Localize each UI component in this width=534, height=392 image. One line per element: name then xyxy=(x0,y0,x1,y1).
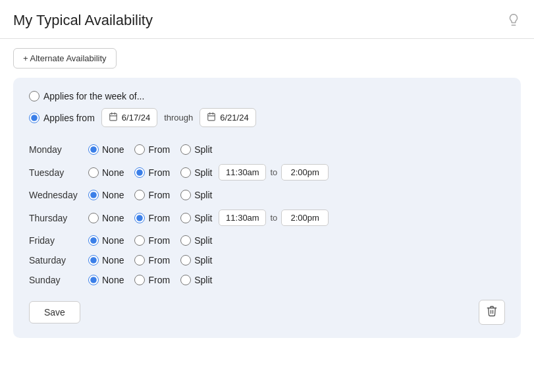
day-wednesday-from-option[interactable]: From xyxy=(134,190,170,200)
day-thursday-split-option[interactable]: Split xyxy=(180,213,212,223)
day-row: ThursdayNoneFromSplit11:30amto2:00pm xyxy=(29,206,505,230)
days-grid: MondayNoneFromSplitTuesdayNoneFromSplit1… xyxy=(29,140,505,289)
applies-week-label: Applies for the week of... xyxy=(43,91,144,101)
day-tuesday-split-radio[interactable] xyxy=(180,167,191,178)
day-friday-split-option[interactable]: Split xyxy=(180,235,212,246)
svg-rect-0 xyxy=(110,113,117,121)
day-name-tuesday: Tuesday xyxy=(29,167,88,178)
day-friday-split-label: Split xyxy=(194,235,212,246)
day-name-wednesday: Wednesday xyxy=(29,190,88,200)
day-saturday-none-radio[interactable] xyxy=(88,255,99,266)
calendar-to-icon xyxy=(207,112,216,123)
day-wednesday-none-label: None xyxy=(102,190,124,200)
day-sunday-none-label: None xyxy=(102,275,124,285)
delete-button[interactable] xyxy=(479,300,505,325)
day-sunday-split-label: Split xyxy=(194,275,212,285)
svg-rect-4 xyxy=(208,113,215,121)
day-thursday-from-label: From xyxy=(148,213,170,223)
day-wednesday-none-radio[interactable] xyxy=(88,190,99,200)
day-wednesday-from-radio[interactable] xyxy=(134,190,145,200)
day-tuesday-split-option[interactable]: Split xyxy=(180,167,212,178)
day-row: WednesdayNoneFromSplit xyxy=(29,186,505,204)
day-thursday-split-radio[interactable] xyxy=(180,213,191,223)
day-row: TuesdayNoneFromSplit11:30amto2:00pm xyxy=(29,160,505,184)
day-thursday-from-option[interactable]: From xyxy=(134,213,170,223)
toolbar: + Alternate Availability xyxy=(0,39,534,78)
day-thursday-from-radio[interactable] xyxy=(134,213,145,223)
day-name-saturday: Saturday xyxy=(29,255,88,266)
day-friday-from-radio[interactable] xyxy=(134,235,145,246)
day-sunday-from-radio[interactable] xyxy=(134,275,145,285)
day-saturday-split-option[interactable]: Split xyxy=(180,255,212,266)
day-monday-from-radio[interactable] xyxy=(134,144,145,155)
day-monday-split-option[interactable]: Split xyxy=(180,144,212,155)
save-button[interactable]: Save xyxy=(29,301,80,323)
day-monday-from-label: From xyxy=(148,144,170,155)
day-options-thursday: NoneFromSplit xyxy=(88,213,212,223)
day-thursday-none-option[interactable]: None xyxy=(88,213,124,223)
day-sunday-from-label: From xyxy=(148,275,170,285)
day-row: MondayNoneFromSplit xyxy=(29,140,505,159)
day-monday-none-label: None xyxy=(102,144,124,155)
lightbulb-icon xyxy=(506,13,521,29)
day-thursday-none-radio[interactable] xyxy=(88,213,99,223)
day-name-thursday: Thursday xyxy=(29,213,88,223)
date-to-input[interactable]: 6/21/24 xyxy=(200,108,255,127)
day-saturday-none-option[interactable]: None xyxy=(88,255,124,266)
day-friday-none-radio[interactable] xyxy=(88,235,99,246)
day-wednesday-split-label: Split xyxy=(194,190,212,200)
day-tuesday-none-label: None xyxy=(102,167,124,178)
applies-week-option[interactable]: Applies for the week of... xyxy=(29,91,144,101)
day-sunday-none-option[interactable]: None xyxy=(88,275,124,285)
day-tuesday-none-option[interactable]: None xyxy=(88,167,124,178)
day-options-wednesday: NoneFromSplit xyxy=(88,190,212,200)
day-options-saturday: NoneFromSplit xyxy=(88,255,212,266)
alternate-availability-button[interactable]: + Alternate Availability xyxy=(13,48,117,69)
day-tuesday-time-from[interactable]: 11:30am xyxy=(219,164,266,181)
date-from-input[interactable]: 6/17/24 xyxy=(101,108,157,127)
day-options-sunday: NoneFromSplit xyxy=(88,275,212,285)
day-monday-from-option[interactable]: From xyxy=(134,144,170,155)
applies-from-option[interactable]: Applies from xyxy=(29,113,95,123)
day-tuesday-time-to[interactable]: 2:00pm xyxy=(281,164,329,181)
day-tuesday-from-label: From xyxy=(148,167,170,178)
day-saturday-from-label: From xyxy=(148,255,170,266)
day-sunday-none-radio[interactable] xyxy=(88,275,99,285)
day-friday-split-radio[interactable] xyxy=(180,235,191,246)
day-sunday-split-option[interactable]: Split xyxy=(180,275,212,285)
day-thursday-time-to[interactable]: 2:00pm xyxy=(281,210,329,226)
applies-week-radio[interactable] xyxy=(29,91,40,101)
applies-from-label: Applies from xyxy=(43,113,95,123)
applies-from-radio[interactable] xyxy=(29,113,40,123)
day-saturday-split-radio[interactable] xyxy=(180,255,191,266)
day-thursday-time-range: 11:30amto2:00pm xyxy=(219,210,329,226)
day-tuesday-none-radio[interactable] xyxy=(88,167,99,178)
day-friday-none-option[interactable]: None xyxy=(88,235,124,246)
day-tuesday-split-label: Split xyxy=(194,167,212,178)
page-header: My Typical Availability xyxy=(0,0,534,39)
day-tuesday-to-label: to xyxy=(270,167,277,177)
day-tuesday-from-radio[interactable] xyxy=(134,167,145,178)
day-thursday-time-from[interactable]: 11:30am xyxy=(219,210,266,226)
day-saturday-from-option[interactable]: From xyxy=(134,255,170,266)
day-wednesday-split-radio[interactable] xyxy=(180,190,191,200)
day-sunday-split-radio[interactable] xyxy=(180,275,191,285)
day-saturday-split-label: Split xyxy=(194,255,212,266)
day-row: FridayNoneFromSplit xyxy=(29,231,505,250)
day-monday-none-radio[interactable] xyxy=(88,144,99,155)
day-options-monday: NoneFromSplit xyxy=(88,144,212,155)
day-monday-split-label: Split xyxy=(194,144,212,155)
applies-from-row: Applies from 6/17/24 through xyxy=(29,108,505,127)
page-title: My Typical Availability xyxy=(13,12,153,29)
day-wednesday-none-option[interactable]: None xyxy=(88,190,124,200)
day-sunday-from-option[interactable]: From xyxy=(134,275,170,285)
day-tuesday-from-option[interactable]: From xyxy=(134,167,170,178)
day-wednesday-split-option[interactable]: Split xyxy=(180,190,212,200)
day-monday-none-option[interactable]: None xyxy=(88,144,124,155)
day-friday-from-option[interactable]: From xyxy=(134,235,170,246)
day-monday-split-radio[interactable] xyxy=(180,144,191,155)
day-saturday-from-radio[interactable] xyxy=(134,255,145,266)
day-wednesday-from-label: From xyxy=(148,190,170,200)
day-thursday-none-label: None xyxy=(102,213,124,223)
day-thursday-to-label: to xyxy=(270,213,277,223)
